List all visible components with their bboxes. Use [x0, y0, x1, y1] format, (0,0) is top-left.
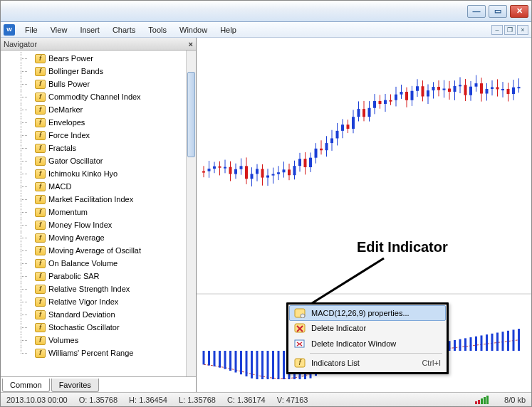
indicator-item[interactable]: fMarket Facilitation Index — [1, 193, 186, 206]
indicator-item[interactable]: fBears Power — [1, 52, 186, 65]
ctx-delete-indicator-label: Delete Indicator — [311, 324, 366, 332]
tab-favorites[interactable]: Favorites — [51, 379, 99, 392]
function-icon: f — [35, 67, 46, 76]
indicator-item[interactable]: fCommodity Channel Index — [1, 90, 186, 103]
indicator-label: Gator Oscillator — [48, 157, 103, 165]
indicator-item[interactable]: fBulls Power — [1, 78, 186, 90]
indicator-label: Market Facilitation Index — [48, 195, 133, 204]
menu-tools[interactable]: Tools — [142, 23, 172, 36]
indicator-label: On Balance Volume — [48, 259, 118, 268]
properties-icon — [293, 307, 307, 319]
ctx-indicators-list-shortcut: Ctrl+I — [422, 359, 441, 367]
menu-insert[interactable]: Insert — [74, 23, 105, 36]
svg-rect-103 — [475, 83, 478, 87]
indicator-item[interactable]: fMACD — [1, 180, 186, 193]
indicator-item[interactable]: fDeMarker — [1, 103, 186, 116]
indicator-label: Envelopes — [48, 118, 85, 127]
navigator-panel: Navigator × fBears PowerfBollinger Bands… — [1, 38, 197, 392]
function-icon: f — [35, 310, 46, 319]
indicator-item[interactable]: fMoving Average — [1, 231, 186, 244]
indicator-item[interactable]: fRelative Vigor Index — [1, 295, 186, 308]
svg-rect-43 — [315, 149, 318, 158]
svg-rect-61 — [363, 109, 365, 117]
mdi-close-button[interactable]: × — [517, 25, 528, 35]
mdi-minimize-button[interactable]: – — [491, 25, 503, 35]
function-icon: f — [35, 259, 46, 268]
indicator-item[interactable]: fStochastic Oscillator — [1, 321, 186, 334]
navigator-scrollthumb[interactable] — [187, 72, 195, 157]
indicator-label: MACD — [48, 182, 71, 191]
menu-help[interactable]: Help — [214, 23, 242, 36]
tab-common[interactable]: Common — [2, 379, 50, 392]
svg-rect-29 — [277, 172, 280, 174]
indicator-item[interactable]: fMoney Flow Index — [1, 218, 186, 231]
svg-rect-57 — [352, 117, 355, 129]
function-icon: f — [35, 118, 46, 127]
indicator-item[interactable]: fStandard Deviation — [1, 308, 186, 321]
function-icon: f — [35, 336, 46, 345]
svg-rect-117 — [512, 88, 515, 94]
ctx-delete-window[interactable]: Delete Indicator Window — [290, 336, 445, 352]
indicator-item[interactable]: fForce Index — [1, 129, 186, 142]
svg-rect-87 — [432, 87, 435, 90]
indicator-item[interactable]: fIchimoku Kinko Hyo — [1, 167, 186, 180]
menu-window[interactable]: Window — [174, 23, 213, 36]
svg-rect-39 — [304, 159, 307, 167]
svg-rect-33 — [288, 169, 291, 175]
svg-rect-1 — [202, 171, 205, 173]
indicator-item[interactable]: fOn Balance Volume — [1, 257, 186, 270]
indicator-label: Moving Average of Oscillat — [48, 246, 141, 255]
navigator-tree[interactable]: fBears PowerfBollinger BandsfBulls Power… — [1, 52, 186, 359]
status-volume: V: 47163 — [277, 396, 308, 404]
function-icon: f — [35, 131, 46, 140]
ctx-delete-window-label: Delete Indicator Window — [311, 339, 396, 348]
svg-rect-97 — [459, 85, 461, 86]
svg-rect-37 — [298, 159, 301, 166]
mdi-restore-button[interactable]: ❐ — [504, 25, 516, 35]
svg-rect-69 — [384, 100, 387, 104]
menu-charts[interactable]: Charts — [107, 23, 141, 36]
status-low: L: 1.35768 — [179, 396, 216, 404]
svg-rect-55 — [347, 125, 350, 129]
delete-indicator-icon — [293, 322, 307, 334]
indicator-label: Relative Vigor Index — [48, 297, 118, 306]
indicator-label: Williams' Percent Range — [48, 349, 133, 357]
menu-file[interactable]: File — [19, 23, 43, 36]
window-close-button[interactable]: ✕ — [510, 5, 528, 18]
indicator-item[interactable]: fMomentum — [1, 206, 186, 218]
ctx-delete-indicator[interactable]: Delete Indicator — [290, 320, 445, 336]
indicator-item[interactable]: fRelative Strength Index — [1, 282, 186, 295]
indicator-item[interactable]: fParabolic SAR — [1, 270, 186, 282]
svg-rect-21 — [256, 169, 259, 174]
svg-rect-47 — [325, 143, 328, 150]
function-icon: f — [35, 182, 46, 191]
indicator-item[interactable]: fFractals — [1, 142, 186, 154]
svg-rect-93 — [448, 89, 451, 92]
svg-line-181 — [304, 258, 384, 308]
svg-rect-99 — [464, 85, 467, 95]
indicator-item[interactable]: fWilliams' Percent Range — [1, 347, 186, 359]
indicator-item[interactable]: fGator Oscillator — [1, 154, 186, 167]
indicator-item[interactable]: fEnvelopes — [1, 116, 186, 129]
svg-rect-7 — [219, 166, 221, 168]
svg-rect-45 — [320, 149, 323, 150]
svg-rect-11 — [229, 167, 232, 174]
svg-point-183 — [301, 314, 305, 318]
window-maximize-button[interactable]: ▭ — [489, 5, 507, 18]
indicators-list-icon: f — [293, 357, 307, 369]
indicator-item[interactable]: fBollinger Bands — [1, 65, 186, 78]
svg-rect-67 — [379, 101, 382, 104]
ctx-indicators-list[interactable]: f Indicators List Ctrl+I — [290, 355, 445, 371]
indicator-item[interactable]: fMoving Average of Oscillat — [1, 244, 186, 257]
svg-rect-65 — [373, 101, 376, 108]
svg-rect-31 — [283, 169, 286, 172]
navigator-close-icon[interactable]: × — [189, 40, 193, 48]
svg-rect-105 — [480, 83, 483, 93]
ctx-properties[interactable]: MACD(12,26,9) properties... — [289, 305, 446, 321]
svg-rect-111 — [496, 87, 499, 89]
menu-view[interactable]: View — [45, 23, 73, 36]
indicator-item[interactable]: fVolumes — [1, 334, 186, 347]
delete-window-icon — [293, 338, 307, 349]
window-minimize-button[interactable]: — — [467, 5, 486, 18]
navigator-scrollbar[interactable] — [186, 51, 196, 376]
